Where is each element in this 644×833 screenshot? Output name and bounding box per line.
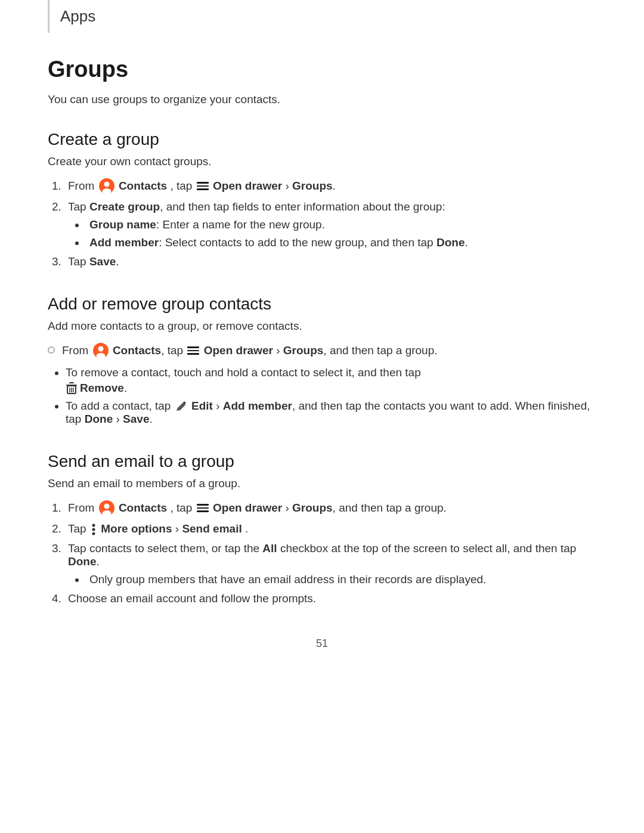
menu-icon — [197, 180, 209, 192]
circle-bullet-icon — [48, 346, 55, 354]
email-step2-more: More options — [101, 522, 172, 535]
page-intro: You can use groups to organize your cont… — [48, 93, 596, 106]
step1-text-before: From — [68, 179, 98, 192]
trash-icon — [66, 382, 78, 395]
step1-open-drawer: Open drawer — [213, 179, 282, 192]
remove-block: Remove. — [66, 382, 596, 395]
svg-point-4 — [98, 346, 103, 352]
email-step-3: Tap contacts to select them, or tap the … — [64, 542, 596, 586]
remove-label: Remove — [80, 382, 124, 395]
email-step1-open-drawer: Open drawer — [213, 501, 282, 514]
step1-tap: , tap — [170, 179, 195, 192]
section-send-email: Send an email to a group Send an email t… — [48, 452, 596, 605]
section-intro-addremove: Add more contacts to a group, or remove … — [48, 320, 596, 333]
email-step2-period: . — [245, 522, 248, 535]
email-step-2: Tap More options › Send email . — [64, 522, 596, 536]
create-step-1: From Contacts , tap Open drawer › Groups… — [64, 179, 596, 194]
menu-icon-email1 — [197, 502, 209, 514]
create-subitem-addmember: Add member: Select contacts to add to th… — [86, 236, 596, 249]
more-options-icon — [91, 523, 97, 536]
section-create-group: Create a group Create your own contact g… — [48, 130, 596, 268]
send-email-steps: From Contacts , tap Open drawer › Groups… — [64, 501, 596, 605]
email-step-4: Choose an email account and follow the p… — [64, 592, 596, 605]
svg-point-13 — [104, 504, 109, 509]
contacts-icon-email1 — [99, 500, 114, 516]
email-step3-subitems: Only group members that have an email ad… — [86, 573, 596, 586]
svg-rect-7 — [69, 382, 74, 383]
addremove-subitems: To remove a contact, touch and hold a co… — [66, 366, 596, 426]
contacts-icon — [99, 178, 114, 194]
email-step2-tap: Tap — [68, 522, 89, 535]
addremove-remove-item: To remove a contact, touch and hold a co… — [66, 366, 596, 395]
create-subitem-groupname: Group name: Enter a name for the new gro… — [86, 218, 596, 231]
email-step4-text: Choose an email account and follow the p… — [68, 592, 316, 605]
section-intro-create: Create your own contact groups. — [48, 155, 596, 168]
page-footer: 51 — [48, 631, 596, 650]
addremove-circle-item: From Contacts, tap Open drawer › Groups,… — [48, 343, 596, 359]
page-number: 51 — [316, 637, 328, 649]
step3-text: Tap Save. — [68, 255, 119, 268]
section-heading-create: Create a group — [48, 130, 596, 149]
addremove-from-text: From Contacts, tap Open drawer › Groups,… — [62, 343, 438, 359]
email-step3-subitem: Only group members that have an email ad… — [86, 573, 596, 586]
svg-point-17 — [92, 532, 95, 535]
create-step-3: Tap Save. — [64, 255, 596, 268]
email-step1-tap: , tap — [170, 501, 195, 514]
section-add-remove: Add or remove group contacts Add more co… — [48, 295, 596, 426]
email-step1-after: › Groups, and then tap a group. — [285, 501, 446, 514]
email-step1-contacts: Contacts — [119, 501, 167, 514]
create-step-2-subitems: Group name: Enter a name for the new gro… — [86, 218, 596, 249]
svg-point-15 — [92, 524, 95, 527]
email-step2-arrow: › — [175, 522, 182, 535]
page-container: Apps Groups You can use groups to organi… — [0, 0, 644, 686]
step1-contacts-label: Contacts — [119, 179, 167, 192]
pencil-icon — [175, 400, 187, 412]
step2-tap: Tap Create group, and then tap fields to… — [68, 200, 445, 213]
page-title: Groups — [48, 57, 596, 82]
breadcrumb: Apps — [48, 0, 596, 33]
section-intro-sendemail: Send an email to members of a group. — [48, 477, 596, 490]
addremove-add-item: To add a contact, tap Edit › Add member,… — [66, 400, 596, 426]
step1-arrow-groups: › Groups. — [285, 179, 335, 192]
svg-point-16 — [92, 528, 95, 531]
svg-point-1 — [104, 182, 109, 187]
email-step1-text: From — [68, 501, 98, 514]
breadcrumb-label: Apps — [60, 7, 95, 25]
email-step2-send: Send email — [182, 522, 242, 535]
contacts-icon-addremove — [93, 343, 109, 358]
create-step-2: Tap Create group, and then tap fields to… — [64, 200, 596, 249]
section-heading-sendemail: Send an email to a group — [48, 452, 596, 471]
email-step3-text: Tap contacts to select them, or tap the … — [68, 542, 576, 568]
email-step-1: From Contacts , tap Open drawer › Groups… — [64, 501, 596, 516]
menu-icon-addremove — [187, 345, 199, 357]
section-heading-addremove: Add or remove group contacts — [48, 295, 596, 314]
create-group-steps: From Contacts , tap Open drawer › Groups… — [64, 179, 596, 268]
